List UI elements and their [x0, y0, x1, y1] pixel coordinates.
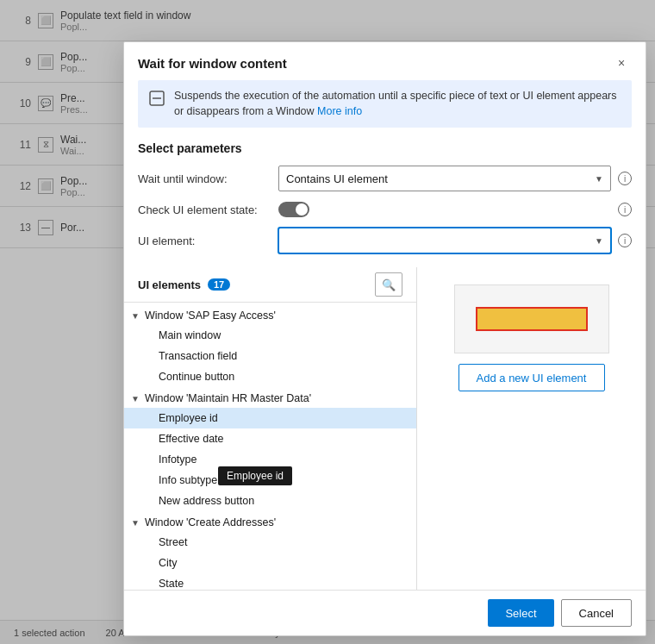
check-state-toggle[interactable]: [278, 202, 309, 217]
info-banner: Suspends the execution of the automation…: [138, 80, 632, 128]
search-button[interactable]: 🔍: [375, 272, 402, 297]
info-banner-text: Suspends the execution of the automation…: [174, 89, 621, 119]
preview-element: [476, 307, 588, 331]
ui-elements-header: UI elements 17 🔍: [124, 267, 416, 303]
close-button[interactable]: ×: [611, 53, 632, 73]
chevron-down-icon: ▼: [595, 236, 603, 246]
toggle-knob: [296, 203, 308, 216]
ui-element-label: UI element:: [138, 234, 271, 247]
tree-item-street[interactable]: Street: [124, 532, 416, 553]
check-state-control: i: [278, 202, 632, 217]
tree-group-hr: ▼ Window 'Maintain HR Master Data' Emplo…: [124, 389, 416, 511]
tree-area[interactable]: ▼ Window 'SAP Easy Access' Main window T…: [124, 303, 416, 590]
tree-item-continue-button[interactable]: Continue button: [124, 366, 416, 387]
params-title: Select parameters: [138, 141, 632, 155]
more-info-link[interactable]: More info: [317, 105, 362, 117]
tree-item-info-subtype[interactable]: Info subtype: [124, 470, 416, 491]
tree-group-addresses-header[interactable]: ▼ Window 'Create Addresses': [124, 513, 416, 532]
chevron-icon: ▼: [131, 518, 141, 528]
wait-until-label: Wait until window:: [138, 172, 271, 185]
right-panel: Add a new UI element: [417, 267, 646, 590]
check-state-info-icon: i: [618, 203, 632, 216]
tree-item-effective-date[interactable]: Effective date: [124, 428, 416, 449]
search-icon: 🔍: [382, 278, 396, 291]
modal-header: Wait for window content ×: [124, 42, 646, 80]
wait-until-row: Wait until window: Contains UI element ▼…: [138, 166, 632, 191]
add-element-button[interactable]: Add a new UI element: [458, 364, 605, 391]
tree-group-hr-label: Window 'Maintain HR Master Data': [145, 392, 311, 404]
tree-group-addresses-label: Window 'Create Addresses': [145, 516, 276, 528]
wait-until-dropdown[interactable]: Contains UI element ▼: [278, 166, 611, 191]
tree-item-city[interactable]: City: [124, 553, 416, 573]
chevron-icon: ▼: [131, 394, 141, 403]
preview-box: [454, 284, 609, 353]
select-button[interactable]: Select: [488, 599, 553, 627]
tree-group-sap: ▼ Window 'SAP Easy Access' Main window T…: [124, 306, 416, 387]
tree-group-sap-label: Window 'SAP Easy Access': [145, 309, 276, 322]
modal-footer: Select Cancel: [124, 590, 646, 635]
cancel-button[interactable]: Cancel: [561, 599, 632, 627]
ui-elements-title: UI elements: [138, 278, 201, 291]
ui-element-dropdown[interactable]: ▼: [278, 228, 611, 253]
ui-elements-badge: 17: [208, 278, 230, 291]
modal-title: Wait for window content: [138, 56, 287, 71]
tree-group-sap-header[interactable]: ▼ Window 'SAP Easy Access': [124, 306, 416, 325]
ui-element-row: UI element: ▼ i: [138, 228, 632, 253]
ui-element-control: ▼ i: [278, 228, 632, 253]
chevron-down-icon: ▼: [595, 174, 603, 184]
wait-until-info-icon: i: [618, 172, 632, 185]
tree-item-main-window[interactable]: Main window: [124, 325, 416, 346]
modal-dialog: Wait for window content × Suspends the e…: [123, 41, 646, 636]
left-panel: UI elements 17 🔍 ▼ Window 'SAP Easy Acce…: [124, 267, 417, 590]
tree-group-addresses: ▼ Window 'Create Addresses' Street City …: [124, 513, 416, 590]
chevron-icon: ▼: [131, 311, 141, 321]
ui-element-info-icon: i: [618, 234, 632, 247]
info-banner-icon: [148, 90, 165, 107]
tree-item-new-address-button[interactable]: New address button: [124, 491, 416, 511]
split-area: UI elements 17 🔍 ▼ Window 'SAP Easy Acce…: [124, 267, 646, 590]
params-section: Select parameters Wait until window: Con…: [124, 134, 646, 264]
tree-group-hr-header[interactable]: ▼ Window 'Maintain HR Master Data': [124, 389, 416, 408]
tree-item-infotype[interactable]: Infotype: [124, 449, 416, 470]
tree-item-state[interactable]: State: [124, 573, 416, 590]
wait-until-control: Contains UI element ▼ i: [278, 166, 632, 191]
wait-until-value: Contains UI element: [286, 172, 388, 185]
check-state-label: Check UI element state:: [138, 203, 271, 216]
check-state-row: Check UI element state: i: [138, 202, 632, 217]
tree-item-employee-id[interactable]: Employee id: [124, 408, 416, 428]
tree-item-transaction-field[interactable]: Transaction field: [124, 346, 416, 366]
